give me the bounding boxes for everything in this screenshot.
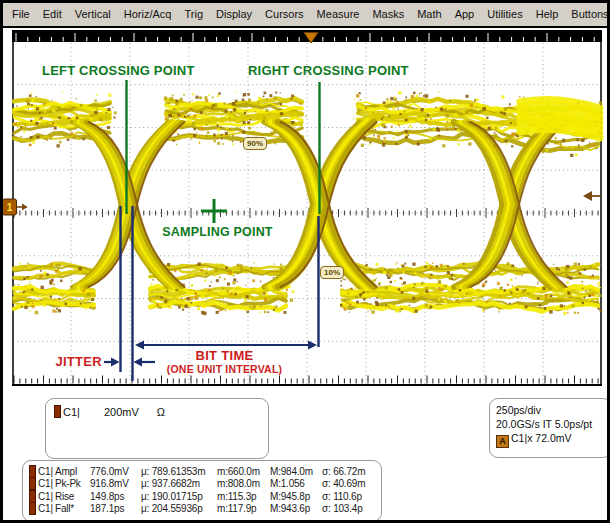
channel1-position-marker[interactable]: 1 xyxy=(3,199,28,215)
measurement-channel: C1| xyxy=(38,503,55,514)
measurement-min: m:660.0m xyxy=(217,466,270,477)
measurement-max: M:984.0m xyxy=(270,466,322,477)
menu-item-math[interactable]: Math xyxy=(417,8,441,20)
menu-item-file[interactable]: File xyxy=(12,8,30,20)
measurement-mean: μ: 190.01715p xyxy=(141,491,217,502)
bottom-axis-ticks xyxy=(14,376,598,384)
measurement-sigma: σ: 66.72m xyxy=(322,466,381,477)
oscilloscope-window: FileEditVerticalHoriz/AcqTrigDisplayCurs… xyxy=(0,0,610,523)
channel1-coupling[interactable]: Ω xyxy=(157,406,165,418)
sampling-point-cross-icon xyxy=(201,199,227,223)
measurement-name: Ampl xyxy=(55,466,90,477)
measurement-row-fall: C1|Fall*187.1psμ: 204.55936pm:117.9pM:94… xyxy=(29,503,381,516)
channel-color-chip xyxy=(29,465,36,478)
menu-item-horizacq[interactable]: Horiz/Acq xyxy=(124,8,172,20)
menu-bar: FileEditVerticalHoriz/AcqTrigDisplayCurs… xyxy=(2,2,608,28)
measurement-channel: C1| xyxy=(38,466,55,477)
menu-item-trig[interactable]: Trig xyxy=(184,8,203,20)
measurement-sigma: σ: 103.4p xyxy=(322,503,381,514)
measurement-max: M:943.6p xyxy=(270,503,322,514)
measurement-sigma: σ: 40.69m xyxy=(322,478,381,489)
right-crossing-label: RIGHT CROSSING POINT xyxy=(248,63,409,78)
measurement-channel: C1| xyxy=(38,491,55,502)
ref-level-10-callout: 10% xyxy=(320,266,344,279)
measurement-min: m:117.9p xyxy=(217,503,270,514)
menu-item-utilities[interactable]: Utilities xyxy=(487,8,522,20)
measurement-value: 916.8mV xyxy=(90,478,141,489)
channel1-readout-label: C1| xyxy=(63,406,80,418)
channel1-color-chip xyxy=(54,405,61,418)
eye-diagram-waveform xyxy=(14,91,602,315)
menu-item-cursors[interactable]: Cursors xyxy=(265,8,304,20)
jitter-label: JITTER xyxy=(34,354,102,369)
menu-item-display[interactable]: Display xyxy=(216,8,252,20)
ref-level-90-callout: 90% xyxy=(243,137,267,150)
sampling-point-label: SAMPLING POINT xyxy=(150,225,285,239)
measurement-min: m:808.0m xyxy=(217,478,270,489)
trigger-level-value: 72.0mV xyxy=(535,432,571,444)
menu-item-edit[interactable]: Edit xyxy=(43,8,62,20)
sample-rate: 20.0GS/s IT 5.0ps/pt xyxy=(496,417,610,431)
channel-color-chip xyxy=(29,502,36,515)
menu-item-measure[interactable]: Measure xyxy=(317,8,360,20)
timebase-scale[interactable]: 250ps/div xyxy=(496,403,610,417)
trigger-source-badge: A xyxy=(496,435,509,448)
measurement-results-box: C1|Ampl776.0mVμ: 789.61353mm:660.0mM:984… xyxy=(22,460,382,522)
measurement-channel: C1| xyxy=(38,478,55,489)
measurement-mean: μ: 937.6682m xyxy=(141,478,217,489)
menu-item-help[interactable]: Help xyxy=(536,8,559,20)
measurement-max: M:1.056 xyxy=(270,478,322,489)
channel-color-chip xyxy=(29,490,36,503)
menu-item-vertical[interactable]: Vertical xyxy=(75,8,111,20)
measurement-row-ampl: C1|Ampl776.0mVμ: 789.61353mm:660.0mM:984… xyxy=(29,465,381,478)
graticule-bottom-frame xyxy=(12,384,602,386)
menu-item-buttons[interactable]: Buttons xyxy=(571,8,608,20)
measurement-name: Pk-Pk xyxy=(55,478,90,489)
channel-color-chip xyxy=(29,477,36,490)
measurement-min: m:115.3p xyxy=(217,491,270,502)
measurement-mean: μ: 789.61353m xyxy=(141,466,217,477)
trigger-level-arrow-icon[interactable] xyxy=(583,191,601,201)
menu-item-masks[interactable]: Masks xyxy=(372,8,404,20)
svg-text:1: 1 xyxy=(7,202,13,213)
channel1-readout-box[interactable]: C1|200mVΩ xyxy=(45,398,269,459)
menu-item-app[interactable]: App xyxy=(455,8,475,20)
timebase-readout-box[interactable]: 250ps/div 20.0GS/s IT 5.0ps/pt AC1|x 72.… xyxy=(489,398,610,458)
unit-interval-label: (ONE UNIT INTERVAL) xyxy=(142,363,307,375)
measurement-name: Rise xyxy=(55,491,90,502)
left-crossing-label: LEFT CROSSING POINT xyxy=(42,63,195,78)
measurement-sigma: σ: 110.6p xyxy=(322,491,381,502)
measurement-value: 149.8ps xyxy=(90,491,141,502)
trigger-channel-label: C1| xyxy=(511,432,527,444)
measurement-value: 187.1ps xyxy=(90,503,141,514)
measurement-name: Fall* xyxy=(55,503,90,514)
measurement-mean: μ: 204.55936p xyxy=(141,503,217,514)
trigger-readout[interactable]: AC1|x 72.0mV xyxy=(496,431,610,448)
measurement-row-rise: C1|Rise149.8psμ: 190.01715pm:115.3pM:945… xyxy=(29,490,381,503)
channel1-vertical-scale[interactable]: 200mV xyxy=(104,406,139,418)
measurement-max: M:945.8p xyxy=(270,491,322,502)
measurement-value: 776.0mV xyxy=(90,466,141,477)
bit-time-label: BIT TIME xyxy=(152,348,297,363)
measurement-row-pkpk: C1|Pk-Pk916.8mVμ: 937.6682mm:808.0mM:1.0… xyxy=(29,478,381,491)
trigger-slope-icon: x xyxy=(527,432,532,444)
